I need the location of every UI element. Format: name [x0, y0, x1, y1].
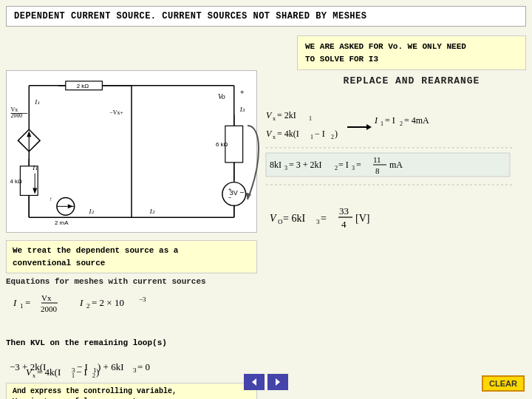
svg-text:−3: −3: [139, 296, 146, 303]
svg-text:3: 3: [316, 218, 320, 225]
equations-label: Equations for meshes with current source…: [6, 277, 257, 286]
svg-text:V: V: [266, 129, 273, 139]
forward-button[interactable]: [267, 374, 288, 390]
svg-text:6 kΩ: 6 kΩ: [216, 141, 228, 148]
svg-marker-112: [276, 378, 280, 386]
svg-text:O: O: [278, 218, 283, 225]
svg-text:): ): [96, 366, 99, 378]
svg-text:Vx: Vx: [41, 293, 52, 302]
svg-text:2 mA: 2 mA: [55, 219, 69, 226]
back-button[interactable]: [244, 374, 265, 390]
nav-arrows: [244, 374, 288, 390]
svg-text:= 4k(I: = 4k(I: [277, 129, 299, 139]
then-kvl: Then KVL on the remaining loop(s): [6, 338, 257, 347]
svg-text:2: 2: [400, 120, 403, 127]
svg-text:1: 1: [20, 302, 24, 310]
svg-text:3: 3: [352, 165, 355, 171]
replace-label: REPLACE AND REARRANGE: [297, 75, 526, 86]
formula-area: V x = 2kI 1 V x = 4k(I 1 − I 2 ) I 1 = I: [262, 100, 526, 383]
svg-text:=: =: [356, 160, 361, 170]
circuit-diagram: Vx 2000 I₁ 2 kΩ −Vx+: [6, 70, 257, 233]
mesh-equations: I 1 = Vx 2000 I 2 = 2 × 10 −3: [6, 290, 257, 334]
svg-text:= 2kI: = 2kI: [277, 110, 296, 120]
svg-text:=: =: [321, 213, 327, 224]
svg-text:1: 1: [310, 134, 313, 140]
clear-button[interactable]: CLEAR: [482, 375, 525, 392]
svg-text:I₂: I₂: [89, 208, 95, 215]
svg-text:= I: = I: [338, 160, 349, 170]
svg-text:= 4mA: = 4mA: [404, 115, 429, 126]
svg-text:I₁: I₁: [32, 164, 38, 171]
svg-text:− I: − I: [76, 366, 87, 378]
svg-text:2: 2: [92, 372, 95, 379]
svg-marker-111: [252, 378, 256, 386]
svg-text:1: 1: [309, 115, 312, 122]
svg-text:I₃: I₃: [239, 106, 245, 113]
svg-text:I: I: [13, 297, 17, 308]
svg-text:8kI: 8kI: [270, 160, 282, 170]
svg-text:1: 1: [381, 120, 383, 127]
svg-text:11: 11: [373, 155, 381, 164]
svg-text:V: V: [266, 110, 273, 120]
page-container: DEPENDENT CURRENT SOURCE. CURRENT SOURCE…: [0, 0, 532, 399]
svg-text:mA: mA: [389, 160, 403, 170]
svg-text:2 kΩ: 2 kΩ: [77, 83, 89, 89]
svg-text:2000: 2000: [41, 304, 58, 313]
left-panel: Vx 2000 I₁ 2 kΩ −Vx+: [6, 30, 257, 393]
svg-text:=: =: [25, 297, 30, 308]
vx-bottom-equation: V x = 4k(I 1 − I 2 ): [22, 359, 170, 388]
svg-text:4 kΩ: 4 kΩ: [10, 178, 23, 185]
svg-text:I₂: I₂: [149, 208, 155, 215]
asked-box: WE ARE ASKED FOR Vo. WE ONLY NEED TO SOL…: [297, 35, 526, 70]
svg-text:3: 3: [284, 165, 287, 171]
svg-text:V: V: [270, 213, 277, 224]
svg-text:Vo: Vo: [218, 92, 225, 100]
title-bar: DEPENDENT CURRENT SOURCE. CURRENT SOURCE…: [6, 6, 526, 27]
svg-text:I₁: I₁: [34, 98, 40, 106]
svg-text:Vx: Vx: [11, 106, 18, 113]
svg-text:= 6kI: = 6kI: [283, 213, 305, 224]
svg-text:x: x: [273, 134, 276, 140]
svg-text:[V]: [V]: [355, 213, 369, 224]
svg-text:↑: ↑: [50, 196, 52, 202]
svg-text:= 4k(I: = 4k(I: [37, 366, 61, 378]
svg-text:4: 4: [341, 219, 347, 230]
svg-text:2: 2: [331, 134, 334, 140]
svg-text:x: x: [273, 115, 276, 122]
title-text: DEPENDENT CURRENT SOURCE. CURRENT SOURCE…: [14, 11, 366, 21]
svg-text:8: 8: [375, 166, 380, 175]
treat-box: We treat the dependent source as a conve…: [6, 240, 257, 273]
arrow-decoration: [244, 118, 266, 207]
svg-text:1: 1: [72, 372, 75, 379]
svg-text:2: 2: [86, 302, 90, 310]
circuit-svg: Vx 2000 I₁ 2 kΩ −Vx+: [7, 71, 256, 232]
svg-text:I: I: [79, 297, 83, 308]
svg-marker-74: [366, 124, 372, 130]
svg-text:+: +: [240, 89, 245, 97]
svg-text:= 3 + 2kI: = 3 + 2kI: [289, 160, 322, 170]
svg-text:= 2 × 10: = 2 × 10: [92, 297, 124, 308]
right-panel: WE ARE ASKED FOR Vo. WE ONLY NEED TO SOL…: [262, 30, 526, 393]
svg-text:x: x: [33, 372, 35, 379]
svg-text:− I: − I: [315, 129, 325, 139]
svg-text:3V: 3V: [230, 189, 238, 197]
treat-line1: We treat the dependent source as a: [13, 246, 178, 255]
svg-text:= I: = I: [385, 115, 395, 126]
svg-text:): ): [335, 129, 338, 139]
svg-text:I: I: [374, 115, 378, 126]
svg-text:−Vx+: −Vx+: [109, 109, 123, 116]
svg-text:33: 33: [339, 205, 349, 216]
svg-text:2: 2: [335, 165, 338, 171]
treat-line2: conventional source: [13, 259, 105, 267]
